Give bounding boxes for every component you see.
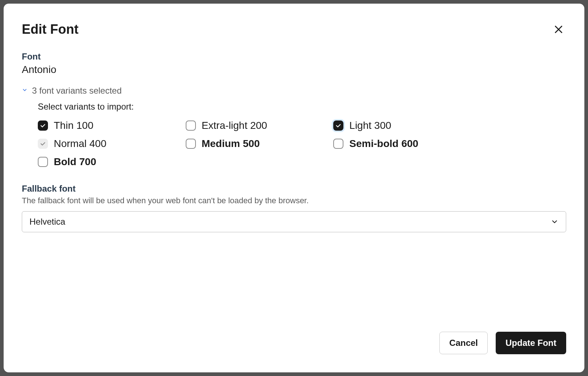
variant-light-300[interactable]: Light 300 (333, 120, 474, 131)
font-section: Font Antonio (22, 52, 566, 86)
variant-label: Light 300 (349, 120, 391, 131)
update-font-button[interactable]: Update Font (496, 332, 566, 354)
variant-label: Normal 400 (54, 138, 106, 150)
chevron-down-icon (551, 218, 559, 226)
variant-label: Extra-light 200 (202, 120, 267, 131)
modal-title: Edit Font (22, 22, 78, 37)
checkbox[interactable] (186, 120, 196, 131)
checkbox[interactable] (333, 139, 343, 149)
variant-semi-bold-600[interactable]: Semi-bold 600 (333, 138, 474, 150)
variant-medium-500[interactable]: Medium 500 (186, 138, 326, 150)
variant-label: Medium 500 (202, 138, 260, 150)
checkbox[interactable] (333, 120, 343, 131)
edit-font-modal: Edit Font Font Antonio 3 font variants s… (4, 4, 584, 372)
font-name-value: Antonio (22, 64, 566, 75)
checkbox[interactable] (38, 120, 48, 131)
fallback-label: Fallback font (22, 184, 566, 194)
cancel-button[interactable]: Cancel (439, 332, 488, 354)
fallback-section: Fallback font The fallback font will be … (22, 184, 566, 232)
font-label: Font (22, 52, 566, 62)
variant-bold-700[interactable]: Bold 700 (38, 156, 178, 168)
variants-summary: 3 font variants selected (32, 86, 122, 96)
variant-thin-100[interactable]: Thin 100 (38, 120, 178, 131)
variant-label: Thin 100 (54, 120, 93, 131)
variants-prompt: Select variants to import: (38, 102, 566, 112)
checkbox (38, 139, 48, 149)
variant-label: Semi-bold 600 (349, 138, 418, 150)
variant-extra-light-200[interactable]: Extra-light 200 (186, 120, 326, 131)
fallback-description: The fallback font will be used when your… (22, 196, 566, 205)
close-icon (553, 24, 564, 35)
checkbox[interactable] (186, 139, 196, 149)
variants-toggle[interactable]: 3 font variants selected (22, 86, 566, 96)
variant-normal-400: Normal 400 (38, 138, 178, 150)
modal-header: Edit Font (22, 22, 566, 37)
chevron-down-icon (22, 87, 28, 94)
fallback-select[interactable]: Helvetica (22, 211, 566, 232)
fallback-select-value: Helvetica (29, 217, 65, 227)
close-button[interactable] (551, 22, 566, 37)
modal-footer: Cancel Update Font (22, 332, 566, 354)
variants-grid: Thin 100Extra-light 200Light 300Normal 4… (38, 120, 474, 168)
variant-label: Bold 700 (54, 156, 96, 168)
checkbox[interactable] (38, 157, 48, 167)
